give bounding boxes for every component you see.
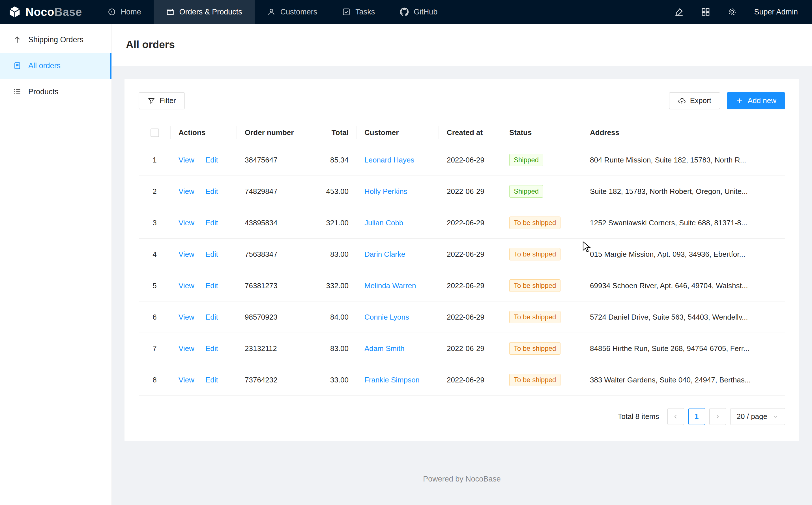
sidebar-item-all-orders[interactable]: All orders <box>0 53 111 79</box>
chevron-left-icon <box>672 413 679 420</box>
customer-link[interactable]: Holly Perkins <box>364 187 408 196</box>
view-link[interactable]: View <box>179 250 194 259</box>
nav-item-customers[interactable]: Customers <box>255 0 330 24</box>
pagination-prev-button[interactable] <box>667 408 684 425</box>
page-title: All orders <box>126 39 175 51</box>
select-all-checkbox[interactable] <box>151 129 159 137</box>
customer-cell: Holly Perkins <box>356 176 439 207</box>
edit-link[interactable]: Edit <box>205 376 218 384</box>
column-header-created-at: Created at <box>439 121 501 144</box>
view-link[interactable]: View <box>179 313 194 321</box>
pagination-page-1[interactable]: 1 <box>689 408 705 425</box>
table-toolbar: Filter Export Add new <box>139 92 785 109</box>
edit-link[interactable]: Edit <box>205 156 218 164</box>
orders-card: Filter Export Add new <box>124 79 799 441</box>
edit-link[interactable]: Edit <box>205 187 218 196</box>
blocks-icon[interactable] <box>701 7 711 17</box>
address-cell: Suite 182, 15783, North Robert, Oregon, … <box>582 176 785 207</box>
status-badge: To be shipped <box>509 248 560 261</box>
add-new-button[interactable]: Add new <box>727 92 785 109</box>
github-icon <box>400 7 409 16</box>
sidebar-item-shipping-orders[interactable]: Shipping Orders <box>0 27 111 53</box>
nav-label: Customers <box>280 8 317 16</box>
column-header-status: Status <box>501 121 582 144</box>
table-header-row: Actions Order number Total Customer Crea… <box>139 121 785 144</box>
nav-item-orders-products[interactable]: Orders & Products <box>154 0 255 24</box>
column-header-total: Total <box>313 121 356 144</box>
created-at-cell: 2022-06-29 <box>439 238 501 270</box>
created-at-cell: 2022-06-29 <box>439 333 501 364</box>
total-cell: 83.00 <box>313 238 356 270</box>
filter-button[interactable]: Filter <box>139 92 185 109</box>
view-link[interactable]: View <box>179 344 194 353</box>
page-size-select[interactable]: 20 / page <box>730 408 785 425</box>
sidebar: Shipping Orders All orders Products <box>0 24 112 505</box>
logo-text: NocoBase <box>25 6 82 18</box>
pagination-total: Total 8 items <box>618 412 659 421</box>
view-link[interactable]: View <box>179 376 194 384</box>
order-number-cell: 43895834 <box>237 207 313 238</box>
actions-cell: ViewEdit <box>171 364 237 396</box>
customer-link[interactable]: Adam Smith <box>364 344 404 353</box>
plus-icon <box>736 97 744 105</box>
chevron-right-icon <box>714 413 721 420</box>
address-cell: 84856 Hirthe Run, Suite 268, 94754-6705,… <box>582 333 785 364</box>
actions-cell: ViewEdit <box>171 333 237 364</box>
customer-cell: Julian Cobb <box>356 207 439 238</box>
address-cell: 69934 Schoen River, Apt. 646, 49704, Wal… <box>582 270 785 302</box>
row-index: 1 <box>153 156 157 164</box>
customer-link[interactable]: Connie Lyons <box>364 313 409 321</box>
pagination-next-button[interactable] <box>709 408 726 425</box>
order-number-cell: 38475647 <box>237 144 313 176</box>
main-nav: Home Orders & Products Customers Tasks G… <box>95 0 450 24</box>
row-index: 2 <box>153 187 157 196</box>
edit-link[interactable]: Edit <box>205 218 218 227</box>
address-cell: 383 Walter Gardens, Suite 040, 24947, Be… <box>582 364 785 396</box>
view-link[interactable]: View <box>179 156 194 164</box>
customer-link[interactable]: Melinda Warren <box>364 281 416 290</box>
arrow-up-icon <box>13 35 21 44</box>
view-link[interactable]: View <box>179 218 194 227</box>
header-right: Super Admin <box>674 0 812 24</box>
customer-link[interactable]: Darin Clarke <box>364 250 405 259</box>
customer-link[interactable]: Leonard Hayes <box>364 156 414 164</box>
user-menu[interactable]: Super Admin <box>754 8 798 16</box>
address-cell: 804 Runte Mission, Suite 182, 15783, Nor… <box>582 144 785 176</box>
row-index: 8 <box>153 376 157 384</box>
page-size-value: 20 / page <box>737 412 767 421</box>
nav-item-github[interactable]: GitHub <box>387 0 450 24</box>
status-badge: To be shipped <box>509 280 560 292</box>
edit-link[interactable]: Edit <box>205 313 218 321</box>
actions-cell: ViewEdit <box>171 270 237 302</box>
nocobase-logo[interactable]: NocoBase <box>0 0 95 24</box>
edit-link[interactable]: Edit <box>205 281 218 290</box>
sidebar-item-products[interactable]: Products <box>0 79 111 105</box>
customer-cell: Leonard Hayes <box>356 144 439 176</box>
view-link[interactable]: View <box>179 187 194 196</box>
nav-item-home[interactable]: Home <box>95 0 154 24</box>
status-cell: To be shipped <box>501 207 582 238</box>
top-nav-bar: NocoBase Home Orders & Products Customer… <box>0 0 812 24</box>
customer-link[interactable]: Frankie Simpson <box>364 376 420 384</box>
order-number-cell: 75638347 <box>237 238 313 270</box>
customer-link[interactable]: Julian Cobb <box>364 218 403 227</box>
actions-cell: ViewEdit <box>171 302 237 333</box>
export-button[interactable]: Export <box>669 92 720 109</box>
highlighter-icon[interactable] <box>674 7 684 17</box>
column-header-actions: Actions <box>171 121 237 144</box>
edit-link[interactable]: Edit <box>205 344 218 353</box>
actions-cell: ViewEdit <box>171 238 237 270</box>
table-row: 2 ViewEdit 74829847 453.00 Holly Perkins… <box>139 176 785 207</box>
customer-cell: Adam Smith <box>356 333 439 364</box>
total-cell: 321.00 <box>313 207 356 238</box>
row-index: 3 <box>153 218 157 227</box>
orders-file-icon <box>13 61 21 70</box>
view-link[interactable]: View <box>179 281 194 290</box>
export-button-label: Export <box>690 96 711 105</box>
gear-icon[interactable] <box>728 7 737 17</box>
orders-products-icon <box>166 8 175 16</box>
status-badge: To be shipped <box>509 216 560 229</box>
nav-label: Tasks <box>355 8 375 16</box>
edit-link[interactable]: Edit <box>205 250 218 259</box>
nav-item-tasks[interactable]: Tasks <box>330 0 387 24</box>
